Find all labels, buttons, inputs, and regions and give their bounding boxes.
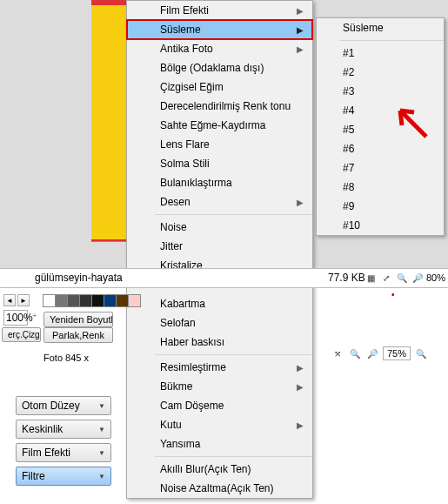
menu-item[interactable]: Cam Döşeme: [127, 396, 312, 415]
menu-item[interactable]: Noise: [127, 218, 312, 237]
menu-item[interactable]: Sahte Eğme-Kaydırma: [127, 116, 312, 135]
menu-item[interactable]: Süsleme▶: [127, 20, 312, 39]
color-swatch[interactable]: [55, 294, 68, 307]
menu-item[interactable]: Film Efekti▶: [127, 1, 312, 20]
nav-left-button[interactable]: ◄: [3, 294, 16, 306]
color-swatch[interactable]: [128, 294, 141, 307]
zoom-controls-bottom: ⤧ 🔍 🔎 75% 🔍: [331, 346, 428, 360]
menu-item[interactable]: Yansıma: [127, 434, 312, 454]
sharpness-button[interactable]: Keskinlik▼: [16, 420, 111, 439]
fit-icon[interactable]: ⤧: [331, 346, 344, 360]
zoom-actual-icon[interactable]: 🔎: [411, 271, 425, 285]
submenu-item[interactable]: #7: [317, 158, 444, 178]
menu-item[interactable]: Desen▶: [127, 192, 312, 212]
submenu-arrow-icon: ▶: [297, 25, 304, 35]
menu-item-label: Desen: [160, 196, 191, 208]
color-swatch[interactable]: [91, 294, 104, 307]
menu-separator: [155, 214, 312, 215]
submenu-item[interactable]: #9: [317, 197, 444, 216]
submenu-item[interactable]: #5: [317, 120, 444, 139]
auto-level-button[interactable]: Otom Düzey▼: [16, 396, 111, 415]
nav-right-button[interactable]: ►: [17, 294, 30, 306]
submenu-item[interactable]: #4: [317, 101, 444, 120]
menu-item-label: Bölge (Odaklama dışı): [160, 62, 264, 74]
opacity-value: 100%: [6, 312, 33, 324]
film-effect-label: Film Efekti: [22, 447, 70, 459]
menu-item-label: Noise: [160, 221, 187, 233]
frame-line-button[interactable]: erç.Çizgisi: [2, 327, 41, 342]
submenu-arrow-icon: ▶: [297, 363, 304, 373]
menu-item-label: Derecelendirilmiş Renk tonu: [160, 100, 291, 112]
submenu-title: Süsleme: [317, 18, 444, 37]
filename-label: gülümseyin-hayata: [35, 272, 123, 284]
status-bar: gülümseyin-hayata 77.9 KB ▦ ⤢ 🔍 🔎 80%: [0, 268, 448, 288]
opacity-field[interactable]: 100%÷: [3, 310, 28, 326]
zoom-fit-icon[interactable]: ⤢: [379, 271, 393, 285]
submenu-item[interactable]: #2: [317, 63, 444, 82]
menu-item-label: Bükme: [160, 380, 192, 393]
submenu-item[interactable]: #8: [317, 178, 444, 197]
zoom-percent-top: 80%: [426, 272, 445, 283]
menu-item[interactable]: Lens Flare: [127, 135, 312, 154]
tool-options: ◄ ► 100%÷ Yeniden Boyutl. Parlak,Renk er…: [0, 292, 313, 345]
zoom-menu-icon[interactable]: 🔍: [414, 346, 428, 360]
color-swatch[interactable]: [67, 294, 80, 307]
zoom-percent-bottom[interactable]: 75%: [383, 346, 411, 360]
menu-item[interactable]: Derecelendirilmiş Renk tonu: [127, 97, 312, 116]
menu-item[interactable]: Solma Stili: [127, 154, 312, 173]
menu-item[interactable]: Bükme▶: [127, 377, 312, 396]
menu-item-label: Süsleme: [160, 24, 201, 36]
menu-item[interactable]: Resimleştirme▶: [127, 358, 312, 377]
menu-item-label: Çizgisel Eğim: [160, 81, 224, 93]
color-swatch[interactable]: [43, 294, 56, 307]
menu-item-label: Solma Stili: [160, 158, 210, 170]
submenu-item[interactable]: #6: [317, 139, 444, 158]
color-swatches[interactable]: [43, 294, 141, 307]
zoom-out-icon[interactable]: 🔍: [348, 346, 362, 360]
color-swatch[interactable]: [116, 294, 129, 307]
submenu-item[interactable]: #10: [317, 216, 444, 235]
checker-icon[interactable]: ▦: [364, 271, 378, 285]
menu-item-label: Akıllı Blur(Açık Ten): [160, 463, 251, 475]
menu-item-label: Bulanıklaştırma: [160, 177, 232, 189]
menu-item-label: Antika Foto: [160, 43, 213, 55]
menu-item[interactable]: Bölge (Odaklama dışı): [127, 58, 312, 77]
filter-button[interactable]: Filtre▼: [16, 467, 111, 486]
menu-item-label: Jitter: [160, 240, 183, 252]
menu-item-label: Sahte Eğme-Kaydırma: [160, 119, 265, 131]
menu-item-label: Resimleştirme: [160, 361, 226, 373]
color-swatch[interactable]: [104, 294, 117, 307]
menu-item[interactable]: Jitter: [127, 237, 312, 256]
dropdown-icon: ▼: [98, 402, 105, 410]
menu-item[interactable]: Bulanıklaştırma: [127, 173, 312, 192]
menu-separator: [155, 354, 312, 355]
menu-item-label: Lens Flare: [160, 138, 210, 151]
resize-button[interactable]: Yeniden Boyutl.: [43, 312, 113, 327]
color-swatch[interactable]: [79, 294, 92, 307]
menu-item[interactable]: Akıllı Blur(Açık Ten): [127, 460, 312, 479]
susleme-submenu[interactable]: Süsleme#1#2#3#4#5#6#7#8#9#10: [316, 17, 445, 236]
submenu-item[interactable]: #1: [317, 44, 444, 63]
menu-item[interactable]: Kutu▶: [127, 415, 312, 434]
menu-item-label: Kutu: [160, 419, 182, 431]
film-effect-button[interactable]: Film Efekti▼: [16, 443, 111, 462]
menu-item[interactable]: Çizgisel Eğim: [127, 77, 312, 97]
filter-menu[interactable]: Film Efekti▶Süsleme▶Antika Foto▶Bölge (O…: [126, 0, 313, 499]
menu-item-label: Cam Döşeme: [160, 400, 224, 412]
submenu-item[interactable]: #3: [317, 82, 444, 101]
auto-level-label: Otom Düzey: [22, 400, 80, 412]
submenu-arrow-icon: ▶: [297, 420, 304, 430]
menu-item[interactable]: Antika Foto▶: [127, 39, 312, 58]
dimensions-label: Foto 845 x: [43, 353, 89, 363]
brightness-color-button[interactable]: Parlak,Renk: [43, 327, 113, 343]
zoom-in-icon[interactable]: 🔍: [395, 271, 409, 285]
menu-separator: [339, 40, 444, 41]
menu-separator: [155, 456, 312, 457]
menu-item[interactable]: Noise Azaltma(Açık Ten): [127, 479, 312, 498]
menu-item-label: Film Efekti: [160, 4, 209, 17]
submenu-arrow-icon: ▶: [297, 44, 304, 54]
submenu-arrow-icon: ▶: [297, 198, 304, 207]
sharpness-label: Keskinlik: [22, 423, 63, 435]
zoom-in-icon-2[interactable]: 🔎: [365, 346, 379, 360]
dropdown-icon: ▼: [98, 426, 105, 433]
